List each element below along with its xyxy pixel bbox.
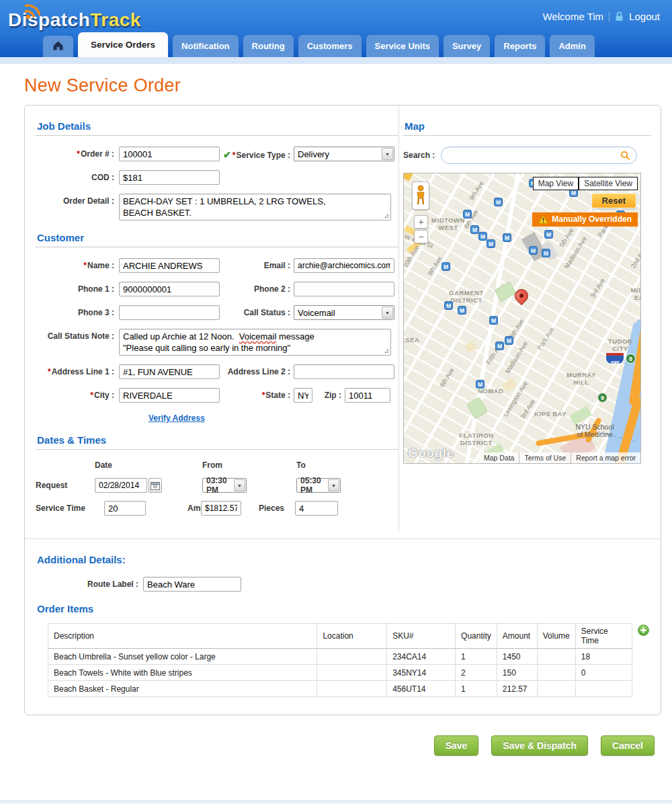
zoom-in-button[interactable]: + [414, 215, 428, 229]
col-volume: Volume [537, 624, 575, 649]
dates-header-row: Date From To [36, 460, 398, 470]
request-date-input[interactable] [95, 478, 147, 493]
call-status-select[interactable]: Voicemail ▼ [294, 305, 394, 320]
home-icon [52, 40, 64, 51]
pegman-control[interactable] [412, 182, 429, 210]
tab-home[interactable] [43, 36, 73, 57]
reset-button[interactable]: Reset [591, 193, 636, 208]
address1-input[interactable] [119, 364, 220, 379]
dropdown-button[interactable]: ▼ [234, 479, 245, 491]
manually-overridden-banner: Manually Overridden [532, 212, 638, 227]
dropdown-button[interactable]: ▼ [382, 148, 393, 160]
zip-input[interactable] [345, 388, 390, 403]
map-area-label: MIDT EA [628, 286, 641, 301]
tab-survey[interactable]: Survey [444, 35, 490, 57]
to-time-select[interactable]: 05:30 PM ▼ [296, 478, 341, 493]
subway-icon: M [487, 239, 495, 248]
phone1-label: Phone 1 : [36, 282, 119, 294]
subway-icon: M [494, 198, 503, 206]
valid-check-icon: ✔ [223, 149, 231, 160]
calendar-button[interactable] [149, 478, 162, 493]
report-map-error-link[interactable]: Report a map error [571, 452, 640, 463]
cod-row: COD : [36, 170, 398, 185]
add-item-button[interactable] [638, 625, 649, 639]
service-time-row: Service Time Amount Pieces [36, 501, 398, 516]
state-input[interactable] [294, 388, 312, 403]
pieces-input[interactable] [295, 501, 338, 516]
map-area-label: FLATIRON DISTRICT [454, 432, 499, 446]
save-dispatch-button[interactable]: Save & Dispatch [491, 735, 588, 756]
tab-service-orders[interactable]: Service Orders [78, 32, 168, 57]
amount-input[interactable] [201, 501, 241, 516]
map-area-label-nyu: NYU School of Medicine [569, 424, 620, 438]
map-column: Map Search : [398, 106, 661, 530]
tab-admin[interactable]: Admin [550, 35, 594, 57]
name-input[interactable] [119, 258, 220, 273]
map-school-area [502, 378, 517, 392]
tab-routing[interactable]: Routing [243, 35, 294, 57]
map-search-row: Search : [403, 147, 651, 164]
cod-input[interactable] [119, 170, 220, 185]
phone3-row: Phone 3 : Call Status : Voicemail ▼ [36, 305, 398, 320]
route-label-input[interactable] [143, 577, 241, 592]
tab-customers[interactable]: Customers [298, 35, 362, 57]
pieces-label: Pieces [241, 504, 295, 513]
order-detail-textarea[interactable]: BEACH-DAY SET : 1 UMBRELLA, 2 LRG TOWELS… [119, 194, 391, 220]
email-input[interactable] [294, 258, 394, 273]
zoom-out-button[interactable]: − [414, 230, 428, 243]
state-label: *State : [220, 388, 294, 400]
address1-row: *Address Line 1 : Address Line 2 : [36, 364, 398, 379]
city-input[interactable] [119, 388, 220, 403]
address2-input[interactable] [294, 364, 394, 379]
service-time-input[interactable] [104, 501, 146, 516]
tab-reports[interactable]: Reports [495, 35, 545, 57]
order-number-row: *Order # : ✔*Service Type : Delivery ▼ [36, 147, 398, 161]
subway-icon: M [529, 246, 538, 255]
call-status-note-textarea[interactable]: Called up Archie at 12 Noon. Voicemail m… [119, 329, 391, 356]
interstate-495-shield: 495 [605, 352, 624, 364]
plus-icon [638, 625, 649, 636]
verify-address-link[interactable]: Verify Address [149, 413, 205, 423]
calendar-icon [151, 481, 160, 490]
action-buttons: Save Save & Dispatch Cancel [0, 735, 655, 756]
order-number-input[interactable] [119, 147, 220, 161]
tab-service-units[interactable]: Service Units [366, 35, 439, 57]
main-content: New Service Order Job Details *Order # :… [0, 75, 672, 770]
verify-address-row: Verify Address [149, 411, 398, 424]
warning-icon [538, 215, 548, 224]
save-button[interactable]: Save [434, 735, 479, 756]
dropdown-button[interactable]: ▼ [382, 307, 393, 319]
required-mark: * [77, 149, 80, 159]
call-status-value: Voicemail [298, 308, 335, 318]
phone1-input[interactable] [119, 282, 220, 296]
tab-notification[interactable]: Notification [173, 35, 239, 57]
route-label: Route Label : [36, 577, 143, 589]
app-logo[interactable]: DispatchTrack [8, 9, 141, 31]
order-form-card: Job Details *Order # : ✔*Service Type : … [24, 105, 661, 715]
map-street-label: Park Ave [536, 326, 555, 352]
logout-link[interactable]: Logout [629, 11, 660, 22]
amount-label: Amount [146, 504, 201, 513]
email-label: Email : [220, 258, 294, 270]
map-view-button[interactable]: Map View [533, 177, 579, 190]
map-search-input[interactable] [448, 151, 620, 161]
phone3-input[interactable] [119, 305, 220, 320]
dropdown-button[interactable]: ▼ [328, 479, 339, 491]
cancel-button[interactable]: Cancel [601, 735, 655, 756]
map-data-link[interactable]: Map Data [479, 452, 519, 463]
map-canvas[interactable]: W 42nd St 10th Ave 9th Ave 9th Ave 8th A… [403, 173, 641, 464]
from-column-label: From [202, 460, 296, 470]
service-type-select[interactable]: Delivery ▼ [294, 147, 394, 161]
map-street-label: 3rd Ave [589, 277, 606, 299]
city-state-zip-row: *City : *State : Zip : [36, 388, 398, 403]
subway-icon: M [542, 249, 550, 257]
terms-of-use-link[interactable]: Terms of Use [519, 452, 571, 463]
satellite-view-button[interactable]: Satellite View [579, 177, 638, 190]
phone2-input[interactable] [294, 282, 394, 296]
map-road-yellow [403, 173, 413, 182]
from-time-select[interactable]: 03:30 PM ▼ [202, 478, 247, 493]
subway-icon: M [495, 341, 504, 350]
route-9-badge: 9 [597, 393, 607, 403]
map-area-label: TUDOR CITY [605, 337, 635, 352]
search-icon[interactable] [620, 151, 630, 161]
